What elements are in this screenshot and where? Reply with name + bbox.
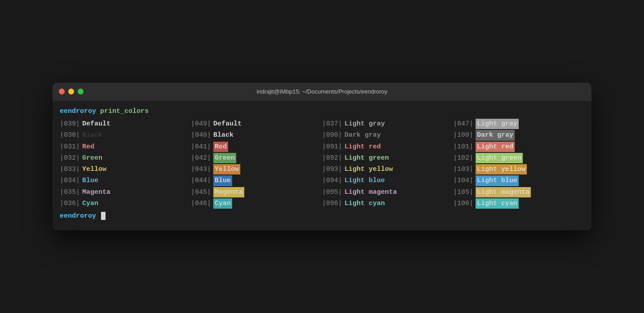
color-label: Default [213,119,242,129]
table-row: |037|Light gray [322,118,453,130]
color-label: Light magenta [476,187,531,197]
table-row: |033|Yellow [60,164,191,175]
ansi-code: |039| [60,119,82,129]
titlebar: indrajit@iMbp15: ~/Documents/Projects/ee… [53,83,591,101]
ansi-code: |094| [322,175,344,186]
ansi-code: |041| [191,142,213,152]
color-label: Light green [344,153,389,163]
color-label: Default [82,119,110,129]
table-row: |091|Light red [322,141,453,152]
table-row: |036|Cyan [60,198,191,209]
ansi-code: |042| [191,153,213,163]
prompt2-text: eendroroy [60,212,96,220]
color-label: Yellow [213,164,240,174]
ansi-code: |096| [322,198,344,209]
table-row: |044|Blue [191,175,322,186]
traffic-lights [59,89,84,94]
table-row: |035|Magenta [60,187,191,198]
color-column-3: |047|Light gray|100|Dark gray|101|Light … [453,118,584,209]
table-row: |102|Light green [453,152,584,164]
color-label: Magenta [213,187,244,197]
ansi-code: |031| [60,142,82,152]
color-label: Green [82,153,102,163]
ansi-code: |040| [191,130,213,140]
table-row: |049|Default [191,118,322,130]
color-label: Blue [82,175,98,186]
color-label: Light gray [344,119,385,129]
table-row: |100|Dark gray [453,130,584,141]
ansi-code: |100| [453,130,476,140]
color-label: Light cyan [476,198,519,209]
ansi-code: |032| [60,153,82,163]
color-label: Black [82,130,102,140]
ansi-code: |093| [322,164,344,174]
ansi-code: |103| [453,164,476,174]
ansi-code: |034| [60,175,82,186]
terminal-body[interactable]: eendroroy print_colors |039|Default|030|… [53,101,591,231]
color-label: Light cyan [344,198,385,209]
ansi-code: |046| [191,198,213,209]
table-row: |043|Yellow [191,164,322,175]
color-column-2: |037|Light gray|090|Dark gray|091|Light … [322,118,453,209]
table-row: |104|Light blue [453,175,584,186]
table-row: |031|Red [60,141,191,152]
ansi-code: |043| [191,164,213,174]
color-label: Red [82,142,94,152]
table-row: |092|Light green [322,152,453,164]
ansi-code: |033| [60,164,82,174]
command-text: print_colors [100,107,149,115]
table-row: |046|Cyan [191,198,322,209]
color-label: Light blue [476,175,519,186]
color-label: Light red [344,142,381,152]
ansi-code: |101| [453,142,476,152]
ansi-code: |102| [453,153,476,163]
table-row: |106|Light cyan [453,198,584,209]
color-label: Cyan [213,198,232,209]
window-title: indrajit@iMbp15: ~/Documents/Projects/ee… [256,88,387,95]
ansi-code: |049| [191,119,213,129]
table-row: |042|Green [191,152,322,164]
table-row: |045|Magenta [191,187,322,198]
color-label: Cyan [82,198,98,209]
color-grid: |039|Default|030|Black|031|Red|032|Green… [60,118,584,209]
ansi-code: |095| [322,187,344,197]
ansi-code: |104| [453,175,476,186]
color-label: Blue [213,175,232,186]
ansi-code: |030| [60,130,82,140]
ansi-code: |044| [191,175,213,186]
ansi-code: |092| [322,153,344,163]
table-row: |101|Light red [453,141,584,152]
ansi-code: |047| [453,119,476,129]
prompt-text: eendroroy [60,107,96,115]
color-label: Light green [476,153,523,163]
color-label: Light yellow [476,164,527,174]
color-label: Light yellow [344,164,393,174]
table-row: |030|Black [60,130,191,141]
table-row: |040|Black [191,130,322,141]
color-label: Green [213,153,236,163]
table-row: |094|Light blue [322,175,453,186]
ansi-code: |090| [322,130,344,140]
ansi-code: |106| [453,198,476,209]
command-line: eendroroy print_colors [60,106,584,116]
ansi-code: |036| [60,198,82,209]
color-label: Light magenta [344,187,397,197]
table-row: |105|Light magenta [453,187,584,198]
color-label: Dark gray [344,130,381,140]
prompt-line2: eendroroy [60,211,584,221]
table-row: |047|Light gray [453,118,584,130]
color-label: Magenta [82,187,110,197]
ansi-code: |037| [322,119,344,129]
table-row: |095|Light magenta [322,187,453,198]
color-label: Red [213,142,228,152]
color-label: Light red [476,142,515,152]
color-label: Dark gray [476,130,515,140]
ansi-code: |105| [453,187,476,197]
ansi-code: |035| [60,187,82,197]
close-button[interactable] [59,89,65,94]
ansi-code: |091| [322,142,344,152]
minimize-button[interactable] [68,89,74,94]
ansi-code: |045| [191,187,213,197]
maximize-button[interactable] [78,89,84,94]
table-row: |034|Blue [60,175,191,186]
